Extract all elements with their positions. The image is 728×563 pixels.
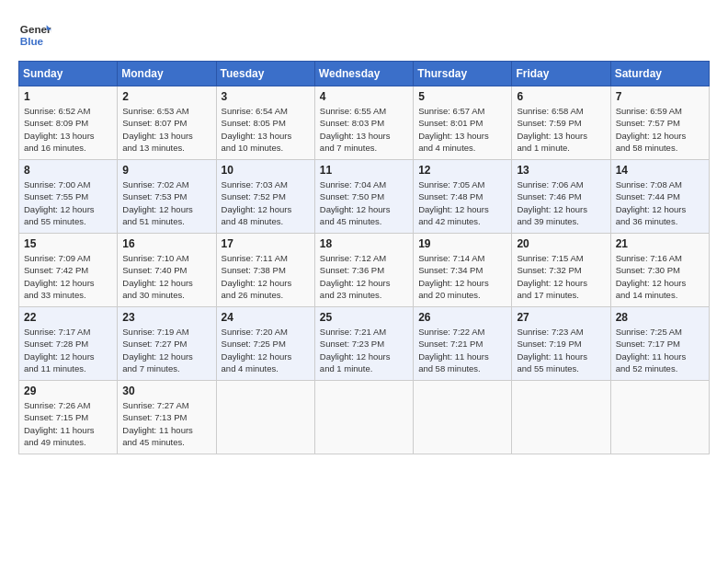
logo: General Blue <box>18 18 51 52</box>
calendar-day-cell: 27Sunrise: 7:23 AM Sunset: 7:19 PM Dayli… <box>512 307 610 381</box>
day-info: Sunrise: 7:12 AM Sunset: 7:36 PM Dayligh… <box>320 252 408 301</box>
calendar-week-row: 15Sunrise: 7:09 AM Sunset: 7:42 PM Dayli… <box>19 234 710 307</box>
calendar-body: 1Sunrise: 6:52 AM Sunset: 8:09 PM Daylig… <box>19 86 710 454</box>
calendar-day-cell: 13Sunrise: 7:06 AM Sunset: 7:46 PM Dayli… <box>512 160 610 234</box>
day-number: 4 <box>320 90 408 103</box>
day-info: Sunrise: 7:23 AM Sunset: 7:19 PM Dayligh… <box>517 326 605 374</box>
calendar-week-row: 22Sunrise: 7:17 AM Sunset: 7:28 PM Dayli… <box>19 307 710 381</box>
general-blue-logo-icon: General Blue <box>18 18 51 52</box>
day-info: Sunrise: 7:06 AM Sunset: 7:46 PM Dayligh… <box>517 178 605 227</box>
day-info: Sunrise: 7:22 AM Sunset: 7:21 PM Dayligh… <box>418 326 506 374</box>
day-info: Sunrise: 6:54 AM Sunset: 8:05 PM Dayligh… <box>222 105 310 154</box>
calendar-day-cell: 14Sunrise: 7:08 AM Sunset: 7:44 PM Dayli… <box>610 160 709 234</box>
calendar-day-cell: 23Sunrise: 7:19 AM Sunset: 7:27 PM Dayli… <box>118 307 216 381</box>
day-number: 15 <box>24 237 112 250</box>
day-number: 9 <box>122 164 210 177</box>
day-info: Sunrise: 7:21 AM Sunset: 7:23 PM Dayligh… <box>320 326 408 374</box>
calendar-day-cell: 10Sunrise: 7:03 AM Sunset: 7:52 PM Dayli… <box>216 160 314 234</box>
day-number: 18 <box>320 237 408 250</box>
day-number: 28 <box>616 311 704 324</box>
day-info: Sunrise: 7:26 AM Sunset: 7:15 PM Dayligh… <box>24 399 112 448</box>
day-info: Sunrise: 6:57 AM Sunset: 8:01 PM Dayligh… <box>418 105 506 154</box>
day-number: 17 <box>222 237 310 250</box>
day-info: Sunrise: 6:52 AM Sunset: 8:09 PM Dayligh… <box>24 105 112 154</box>
day-number: 10 <box>222 164 310 177</box>
day-number: 14 <box>616 164 704 177</box>
day-info: Sunrise: 7:08 AM Sunset: 7:44 PM Dayligh… <box>616 178 704 227</box>
weekday-header-monday: Monday <box>118 62 216 86</box>
calendar-week-row: 29Sunrise: 7:26 AM Sunset: 7:15 PM Dayli… <box>19 381 710 454</box>
day-number: 29 <box>24 385 112 397</box>
calendar-day-cell: 26Sunrise: 7:22 AM Sunset: 7:21 PM Dayli… <box>414 307 512 381</box>
day-number: 25 <box>320 311 408 324</box>
calendar-day-cell: 11Sunrise: 7:04 AM Sunset: 7:50 PM Dayli… <box>314 160 413 234</box>
day-number: 23 <box>122 311 210 324</box>
calendar-day-cell <box>610 381 709 454</box>
calendar-day-cell <box>414 381 512 454</box>
calendar-day-cell: 22Sunrise: 7:17 AM Sunset: 7:28 PM Dayli… <box>19 307 118 381</box>
calendar-day-cell: 21Sunrise: 7:16 AM Sunset: 7:30 PM Dayli… <box>610 234 709 307</box>
calendar-day-cell: 28Sunrise: 7:25 AM Sunset: 7:17 PM Dayli… <box>610 307 709 381</box>
calendar-table: SundayMondayTuesdayWednesdayThursdayFrid… <box>18 61 710 454</box>
day-info: Sunrise: 7:14 AM Sunset: 7:34 PM Dayligh… <box>418 252 506 301</box>
calendar-day-cell: 18Sunrise: 7:12 AM Sunset: 7:36 PM Dayli… <box>314 234 413 307</box>
day-info: Sunrise: 7:25 AM Sunset: 7:17 PM Dayligh… <box>616 326 704 374</box>
day-number: 11 <box>320 164 408 177</box>
calendar-day-cell: 24Sunrise: 7:20 AM Sunset: 7:25 PM Dayli… <box>216 307 314 381</box>
calendar-day-cell <box>512 381 610 454</box>
calendar-day-cell: 17Sunrise: 7:11 AM Sunset: 7:38 PM Dayli… <box>216 234 314 307</box>
calendar-header: SundayMondayTuesdayWednesdayThursdayFrid… <box>19 62 710 86</box>
day-info: Sunrise: 7:10 AM Sunset: 7:40 PM Dayligh… <box>122 252 210 301</box>
day-number: 3 <box>222 90 310 103</box>
calendar-day-cell <box>314 381 413 454</box>
day-number: 8 <box>24 164 112 177</box>
calendar-day-cell: 19Sunrise: 7:14 AM Sunset: 7:34 PM Dayli… <box>414 234 512 307</box>
calendar-day-cell: 4Sunrise: 6:55 AM Sunset: 8:03 PM Daylig… <box>314 86 413 160</box>
day-info: Sunrise: 6:59 AM Sunset: 7:57 PM Dayligh… <box>616 105 704 154</box>
calendar-day-cell: 29Sunrise: 7:26 AM Sunset: 7:15 PM Dayli… <box>19 381 118 454</box>
calendar-day-cell: 15Sunrise: 7:09 AM Sunset: 7:42 PM Dayli… <box>19 234 118 307</box>
day-info: Sunrise: 7:20 AM Sunset: 7:25 PM Dayligh… <box>222 326 310 374</box>
day-number: 20 <box>517 237 605 250</box>
calendar-day-cell: 30Sunrise: 7:27 AM Sunset: 7:13 PM Dayli… <box>118 381 216 454</box>
calendar-day-cell: 20Sunrise: 7:15 AM Sunset: 7:32 PM Dayli… <box>512 234 610 307</box>
day-info: Sunrise: 7:27 AM Sunset: 7:13 PM Dayligh… <box>122 399 210 448</box>
page-header: General Blue <box>18 18 710 52</box>
weekday-header-row: SundayMondayTuesdayWednesdayThursdayFrid… <box>19 62 710 86</box>
day-info: Sunrise: 7:15 AM Sunset: 7:32 PM Dayligh… <box>517 252 605 301</box>
day-number: 30 <box>122 385 210 397</box>
day-number: 16 <box>122 237 210 250</box>
calendar-week-row: 1Sunrise: 6:52 AM Sunset: 8:09 PM Daylig… <box>19 86 710 160</box>
day-number: 21 <box>616 237 704 250</box>
svg-text:Blue: Blue <box>20 35 44 47</box>
calendar-day-cell: 16Sunrise: 7:10 AM Sunset: 7:40 PM Dayli… <box>118 234 216 307</box>
calendar-day-cell: 1Sunrise: 6:52 AM Sunset: 8:09 PM Daylig… <box>19 86 118 160</box>
day-info: Sunrise: 7:09 AM Sunset: 7:42 PM Dayligh… <box>24 252 112 301</box>
day-info: Sunrise: 7:04 AM Sunset: 7:50 PM Dayligh… <box>320 178 408 227</box>
day-number: 19 <box>418 237 506 250</box>
weekday-header-tuesday: Tuesday <box>216 62 314 86</box>
day-info: Sunrise: 7:19 AM Sunset: 7:27 PM Dayligh… <box>122 326 210 374</box>
calendar-day-cell: 25Sunrise: 7:21 AM Sunset: 7:23 PM Dayli… <box>314 307 413 381</box>
calendar-day-cell: 2Sunrise: 6:53 AM Sunset: 8:07 PM Daylig… <box>118 86 216 160</box>
day-info: Sunrise: 7:00 AM Sunset: 7:55 PM Dayligh… <box>24 178 112 227</box>
day-info: Sunrise: 7:17 AM Sunset: 7:28 PM Dayligh… <box>24 326 112 374</box>
calendar-day-cell: 7Sunrise: 6:59 AM Sunset: 7:57 PM Daylig… <box>610 86 709 160</box>
day-info: Sunrise: 7:03 AM Sunset: 7:52 PM Dayligh… <box>222 178 310 227</box>
day-info: Sunrise: 7:16 AM Sunset: 7:30 PM Dayligh… <box>616 252 704 301</box>
day-number: 7 <box>616 90 704 103</box>
day-number: 2 <box>122 90 210 103</box>
calendar-day-cell <box>216 381 314 454</box>
calendar-day-cell: 5Sunrise: 6:57 AM Sunset: 8:01 PM Daylig… <box>414 86 512 160</box>
day-number: 1 <box>24 90 112 103</box>
calendar-day-cell: 8Sunrise: 7:00 AM Sunset: 7:55 PM Daylig… <box>19 160 118 234</box>
day-number: 13 <box>517 164 605 177</box>
calendar-day-cell: 3Sunrise: 6:54 AM Sunset: 8:05 PM Daylig… <box>216 86 314 160</box>
day-info: Sunrise: 6:55 AM Sunset: 8:03 PM Dayligh… <box>320 105 408 154</box>
weekday-header-sunday: Sunday <box>19 62 118 86</box>
day-number: 24 <box>222 311 310 324</box>
weekday-header-wednesday: Wednesday <box>314 62 413 86</box>
day-number: 22 <box>24 311 112 324</box>
day-number: 12 <box>418 164 506 177</box>
day-info: Sunrise: 7:05 AM Sunset: 7:48 PM Dayligh… <box>418 178 506 227</box>
